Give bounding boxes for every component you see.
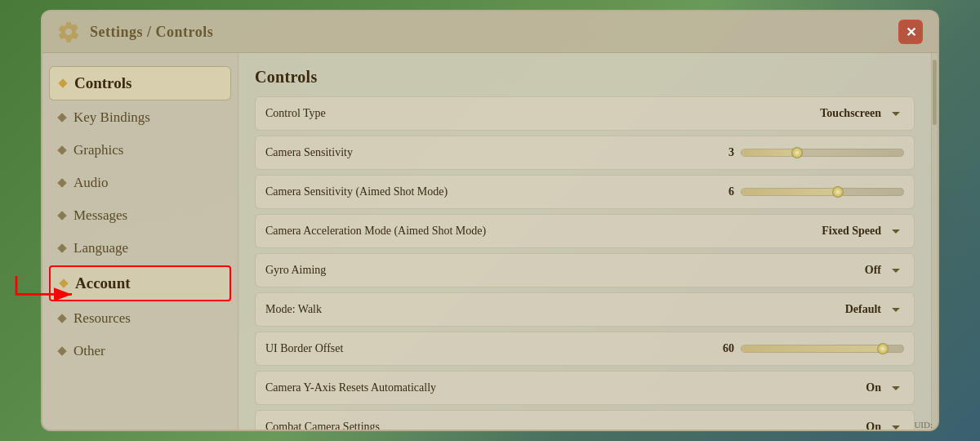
panel-header: Settings / Controls ✕ [42, 11, 938, 53]
setting-dropdown[interactable]: Off [865, 262, 904, 278]
sidebar-item-label: Messages [74, 207, 127, 224]
sidebar-item-messages[interactable]: Messages [42, 200, 238, 231]
main-content: Controls Control Type Touchscreen Camera… [238, 53, 931, 430]
diamond-icon [57, 145, 66, 154]
setting-value: 3 [728, 146, 734, 159]
dropdown-value: Default [845, 303, 881, 316]
diamond-icon [59, 278, 68, 287]
settings-panel: Settings / Controls ✕ Controls Key Bindi… [41, 10, 939, 431]
diamond-icon [57, 346, 66, 355]
setting-row-camera-sensitivity-aimed: Camera Sensitivity (Aimed Shot Mode) 6 [255, 175, 915, 209]
sidebar-item-other[interactable]: Other [42, 336, 238, 367]
setting-name: Mode: Walk [265, 303, 845, 316]
setting-row-combat-camera: Combat Camera Settings On [255, 410, 915, 430]
setting-row-mode-walk: Mode: Walk Default [255, 292, 915, 327]
sidebar-item-label: Audio [74, 175, 109, 191]
setting-name: Gyro Aiming [265, 264, 865, 277]
dropdown-value: On [866, 381, 881, 394]
setting-name: Control Type [265, 107, 820, 120]
setting-row-gyro-aiming: Gyro Aiming Off [255, 253, 915, 287]
slider-container[interactable] [741, 149, 904, 157]
diamond-icon [57, 178, 66, 187]
chevron-down-icon [888, 223, 904, 239]
chevron-down-icon [888, 105, 904, 122]
setting-dropdown[interactable]: On [866, 419, 904, 430]
setting-dropdown[interactable]: On [866, 380, 904, 396]
section-title: Controls [255, 68, 915, 87]
setting-value: 60 [723, 342, 734, 355]
sidebar: Controls Key Bindings Graphics Audio Mes… [42, 53, 238, 430]
dropdown-value: Touchscreen [820, 107, 881, 120]
setting-name: Combat Camera Settings [265, 421, 866, 430]
sidebar-item-label: Controls [74, 74, 131, 92]
chevron-down-icon [888, 380, 904, 396]
uid-label: UID: [914, 420, 933, 430]
slider-track [741, 149, 904, 157]
chevron-down-icon [888, 301, 904, 318]
setting-dropdown[interactable]: Fixed Speed [822, 223, 904, 239]
setting-name: Camera Sensitivity (Aimed Shot Mode) [265, 185, 728, 198]
chevron-down-icon [888, 419, 904, 430]
diamond-icon [57, 211, 66, 220]
sidebar-item-graphics[interactable]: Graphics [42, 135, 238, 166]
sidebar-item-resources[interactable]: Resources [42, 303, 238, 334]
sidebar-item-label: Language [74, 240, 128, 256]
slider-fill [742, 345, 884, 352]
settings-list: Control Type Touchscreen Camera Sensitiv… [255, 96, 915, 430]
setting-row-ui-border-offset: UI Border Offset 60 [255, 332, 915, 366]
diamond-icon [58, 78, 67, 87]
sidebar-item-key-bindings[interactable]: Key Bindings [42, 102, 238, 133]
setting-row-camera-sensitivity: Camera Sensitivity 3 [255, 136, 915, 170]
setting-value: 6 [728, 185, 734, 198]
uid-bar: UID: [914, 420, 933, 430]
slider-track [741, 188, 904, 196]
setting-dropdown[interactable]: Default [845, 301, 904, 318]
setting-row-camera-y-axis: Camera Y-Axis Resets Automatically On [255, 371, 915, 405]
slider-thumb [832, 186, 844, 198]
slider-container[interactable] [741, 345, 904, 353]
slider-track [741, 345, 904, 353]
setting-row-control-type: Control Type Touchscreen [255, 96, 915, 131]
sidebar-item-label: Resources [74, 310, 131, 327]
diamond-icon [57, 314, 66, 323]
setting-name: UI Border Offset [265, 342, 723, 355]
slider-fill [742, 189, 839, 195]
slider-container[interactable] [741, 188, 904, 196]
scroll-thumb [933, 60, 937, 125]
dropdown-value: On [866, 421, 881, 430]
setting-name: Camera Acceleration Mode (Aimed Shot Mod… [265, 225, 822, 238]
setting-name: Camera Y-Axis Resets Automatically [265, 381, 866, 394]
sidebar-item-label: Key Bindings [74, 109, 150, 126]
sidebar-item-language[interactable]: Language [42, 233, 238, 264]
panel-body: Controls Key Bindings Graphics Audio Mes… [42, 53, 938, 430]
sidebar-item-label: Account [75, 274, 131, 292]
dropdown-value: Fixed Speed [822, 225, 881, 238]
slider-thumb [791, 147, 803, 158]
sidebar-item-label: Graphics [74, 142, 123, 158]
sidebar-item-controls[interactable]: Controls [49, 66, 231, 100]
sidebar-item-label: Other [74, 343, 105, 359]
scroll-indicator[interactable] [931, 53, 938, 430]
diamond-icon [57, 113, 66, 122]
chevron-down-icon [888, 262, 904, 278]
setting-name: Camera Sensitivity [265, 146, 728, 159]
setting-row-camera-acceleration: Camera Acceleration Mode (Aimed Shot Mod… [255, 214, 915, 248]
sidebar-item-account[interactable]: Account [49, 265, 231, 301]
sidebar-item-audio[interactable]: Audio [42, 167, 238, 198]
slider-thumb [877, 343, 889, 354]
diamond-icon [57, 243, 66, 252]
slider-fill [742, 149, 798, 156]
setting-dropdown[interactable]: Touchscreen [820, 105, 904, 122]
close-button[interactable]: ✕ [898, 20, 923, 44]
gear-icon [57, 20, 80, 43]
dropdown-value: Off [865, 264, 881, 277]
header-title: Settings / Controls [90, 24, 213, 41]
